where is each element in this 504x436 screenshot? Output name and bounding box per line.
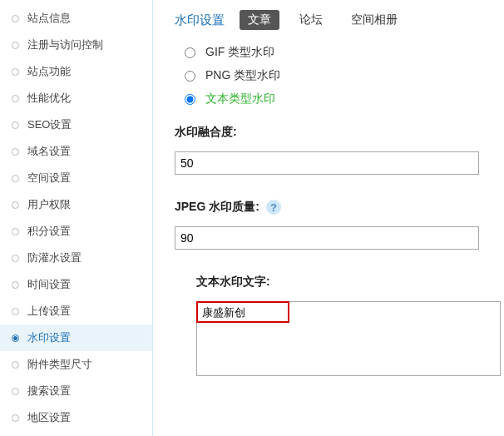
bullet-icon bbox=[12, 68, 19, 76]
sidebar-item-label: 注册与访问控制 bbox=[27, 37, 103, 52]
sidebar-item-user-permission[interactable]: 用户权限 bbox=[0, 191, 152, 218]
radio-png-label: PNG 类型水印 bbox=[205, 68, 280, 83]
sidebar-item-label: 域名设置 bbox=[27, 144, 71, 159]
jpeg-quality-block: JPEG 水印质量: ? bbox=[175, 200, 497, 250]
text-watermark-block: 文本水印文字: bbox=[196, 275, 497, 379]
bullet-icon bbox=[12, 42, 19, 49]
sidebar-item-label: 性能优化 bbox=[27, 91, 71, 106]
sidebar-item-time[interactable]: 时间设置 bbox=[0, 271, 152, 298]
watermark-type-group: GIF 类型水印 PNG 类型水印 文本类型水印 bbox=[185, 45, 497, 107]
radio-png[interactable]: PNG 类型水印 bbox=[185, 68, 497, 83]
radio-text-input[interactable] bbox=[185, 94, 195, 105]
sidebar-item-label: 时间设置 bbox=[27, 277, 71, 292]
radio-gif-label: GIF 类型水印 bbox=[205, 45, 274, 60]
radio-text-label: 文本类型水印 bbox=[205, 92, 275, 107]
radio-gif-input[interactable] bbox=[185, 47, 195, 58]
sidebar-item-performance[interactable]: 性能优化 bbox=[0, 85, 152, 111]
sidebar-item-register-access[interactable]: 注册与访问控制 bbox=[0, 32, 152, 58]
sidebar-item-label: 水印设置 bbox=[27, 330, 71, 345]
page-title: 水印设置 bbox=[175, 12, 225, 28]
sidebar-item-label: 附件类型尺寸 bbox=[27, 357, 92, 372]
sidebar-item-domain[interactable]: 域名设置 bbox=[0, 138, 152, 165]
radio-text[interactable]: 文本类型水印 bbox=[185, 92, 497, 107]
jpeg-quality-label: JPEG 水印质量: bbox=[175, 200, 259, 215]
sidebar-item-label: SEO设置 bbox=[27, 117, 72, 132]
sidebar-item-site-features[interactable]: 站点功能 bbox=[0, 58, 152, 85]
bullet-icon bbox=[12, 334, 19, 342]
bullet-icon bbox=[12, 255, 19, 262]
text-watermark-label: 文本水印文字: bbox=[196, 275, 497, 290]
opacity-block: 水印融合度: bbox=[175, 125, 497, 175]
sidebar-item-upload[interactable]: 上传设置 bbox=[0, 298, 152, 325]
sidebar-item-antispam[interactable]: 防灌水设置 bbox=[0, 245, 152, 271]
radio-gif[interactable]: GIF 类型水印 bbox=[185, 45, 497, 60]
bullet-icon bbox=[12, 175, 19, 182]
help-icon[interactable]: ? bbox=[266, 200, 281, 215]
opacity-input[interactable] bbox=[175, 151, 479, 175]
sidebar-item-search[interactable]: 搜索设置 bbox=[0, 378, 152, 404]
sidebar-item-space[interactable]: 空间设置 bbox=[0, 165, 152, 191]
bullet-icon bbox=[12, 281, 19, 289]
bullet-icon bbox=[12, 148, 19, 156]
sidebar-item-label: 积分设置 bbox=[27, 224, 71, 239]
bullet-icon bbox=[12, 15, 19, 22]
sidebar-item-label: 空间设置 bbox=[27, 171, 71, 186]
header: 水印设置 文章 论坛 空间相册 bbox=[175, 10, 497, 30]
sidebar-item-region[interactable]: 地区设置 bbox=[0, 404, 152, 431]
sidebar-item-label: 站点功能 bbox=[27, 64, 71, 79]
bullet-icon bbox=[12, 201, 19, 209]
opacity-label: 水印融合度: bbox=[175, 125, 497, 140]
sidebar-item-points[interactable]: 积分设置 bbox=[0, 218, 152, 245]
tab-forum[interactable]: 论坛 bbox=[291, 10, 331, 30]
tab-album[interactable]: 空间相册 bbox=[343, 10, 406, 30]
bullet-icon bbox=[12, 388, 19, 395]
sidebar-item-site-info[interactable]: 站点信息 bbox=[0, 5, 152, 32]
jpeg-quality-input[interactable] bbox=[175, 226, 479, 250]
radio-png-input[interactable] bbox=[185, 71, 195, 82]
bullet-icon bbox=[12, 95, 19, 102]
bullet-icon bbox=[12, 228, 19, 235]
sidebar-item-label: 防灌水设置 bbox=[27, 250, 82, 265]
sidebar: 站点信息 注册与访问控制 站点功能 性能优化 SEO设置 域名设置 空间设置 用… bbox=[0, 0, 153, 436]
sidebar-item-label: 地区设置 bbox=[27, 410, 71, 425]
sidebar-item-label: 上传设置 bbox=[27, 304, 71, 319]
text-watermark-textarea[interactable] bbox=[196, 301, 501, 376]
sidebar-item-seo[interactable]: SEO设置 bbox=[0, 111, 152, 138]
bullet-icon bbox=[12, 121, 19, 129]
bullet-icon bbox=[12, 414, 19, 422]
sidebar-item-label: 站点信息 bbox=[27, 11, 71, 26]
main-content: 水印设置 文章 论坛 空间相册 GIF 类型水印 PNG 类型水印 文本类型水印… bbox=[153, 0, 504, 436]
bullet-icon bbox=[12, 361, 19, 369]
jpeg-quality-label-row: JPEG 水印质量: ? bbox=[175, 200, 497, 215]
bullet-icon bbox=[12, 308, 19, 315]
textarea-wrap bbox=[196, 301, 501, 379]
sidebar-item-label: 搜索设置 bbox=[27, 384, 71, 399]
sidebar-item-attachment-type[interactable]: 附件类型尺寸 bbox=[0, 351, 152, 378]
tab-article[interactable]: 文章 bbox=[240, 10, 279, 30]
sidebar-item-label: 用户权限 bbox=[27, 197, 71, 212]
sidebar-item-watermark[interactable]: 水印设置 bbox=[0, 325, 152, 351]
